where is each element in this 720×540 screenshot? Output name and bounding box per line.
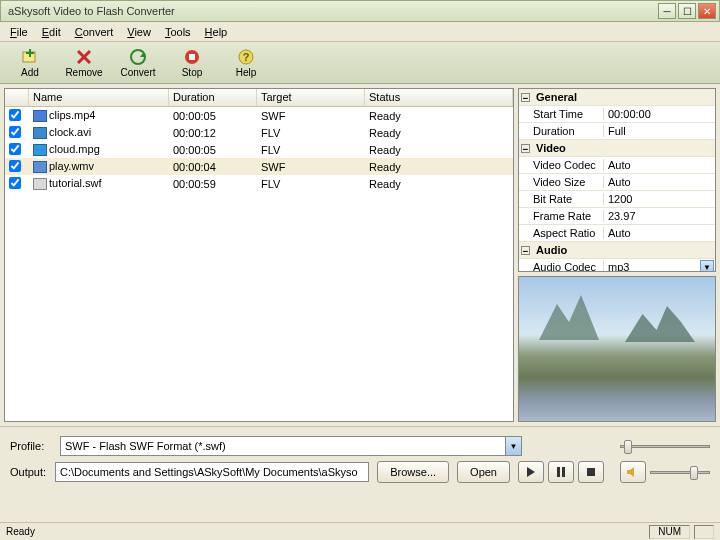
prop-value[interactable]: Auto	[603, 227, 715, 239]
prop-row[interactable]: DurationFull	[519, 123, 715, 140]
table-row[interactable]: cloud.mpg00:00:05FLVReady	[5, 141, 513, 158]
output-label: Output:	[10, 466, 47, 478]
table-row[interactable]: clock.avi00:00:12FLVReady	[5, 124, 513, 141]
collapse-icon[interactable]: −	[521, 144, 530, 153]
svg-rect-8	[189, 54, 195, 60]
menu-file[interactable]: File	[4, 24, 34, 40]
file-icon	[33, 161, 47, 173]
chevron-down-icon[interactable]: ▼	[700, 260, 714, 272]
stop-button[interactable]: Stop	[168, 44, 216, 82]
remove-button[interactable]: Remove	[60, 44, 108, 82]
row-checkbox[interactable]	[9, 160, 21, 172]
file-status: Ready	[365, 143, 513, 157]
file-icon	[33, 110, 47, 122]
prop-group-video[interactable]: −Video	[519, 140, 715, 157]
table-row[interactable]: play.wmv00:00:04SWFReady	[5, 158, 513, 175]
file-target: FLV	[257, 177, 365, 191]
menu-edit[interactable]: Edit	[36, 24, 67, 40]
menubar: FileEditConvertViewToolsHelp	[0, 22, 720, 42]
stop-button[interactable]	[578, 461, 604, 483]
help-button[interactable]: ?Help	[222, 44, 270, 82]
row-checkbox[interactable]	[9, 126, 21, 138]
prop-row[interactable]: Bit Rate1200	[519, 191, 715, 208]
prop-key: Bit Rate	[519, 193, 603, 205]
column-duration[interactable]: Duration	[169, 89, 257, 106]
volume-button[interactable]	[620, 461, 646, 483]
seek-slider[interactable]	[620, 438, 710, 454]
row-checkbox[interactable]	[9, 109, 21, 121]
row-checkbox[interactable]	[9, 177, 21, 189]
file-name: play.wmv	[49, 160, 94, 172]
prop-row[interactable]: Aspect RatioAuto	[519, 225, 715, 242]
titlebar: aSkysoft Video to Flash Converter ─ ☐ ✕	[0, 0, 720, 22]
column-checkbox[interactable]	[5, 89, 29, 106]
file-name: clock.avi	[49, 126, 91, 138]
add-icon	[21, 48, 39, 66]
column-name[interactable]: Name	[29, 89, 169, 106]
add-button[interactable]: Add	[6, 44, 54, 82]
file-duration: 00:00:05	[169, 109, 257, 123]
prop-row[interactable]: Start Time00:00:00	[519, 106, 715, 123]
collapse-icon[interactable]: −	[521, 93, 530, 102]
menu-help[interactable]: Help	[199, 24, 234, 40]
column-status[interactable]: Status	[365, 89, 513, 106]
play-button[interactable]	[518, 461, 544, 483]
minimize-button[interactable]: ─	[658, 3, 676, 19]
prop-value[interactable]: 1200	[603, 193, 715, 205]
menu-view[interactable]: View	[121, 24, 157, 40]
convert-icon	[129, 48, 147, 66]
prop-key: Frame Rate	[519, 210, 603, 222]
file-target: SWF	[257, 109, 365, 123]
file-duration: 00:00:12	[169, 126, 257, 140]
svg-rect-2	[26, 52, 34, 54]
prop-value[interactable]: Full	[603, 125, 715, 137]
browse-button[interactable]: Browse...	[377, 461, 449, 483]
profile-combo[interactable]: SWF - Flash SWF Format (*.swf) ▼	[60, 436, 522, 456]
open-button[interactable]: Open	[457, 461, 510, 483]
prop-group-audio[interactable]: −Audio	[519, 242, 715, 259]
chevron-down-icon[interactable]: ▼	[505, 437, 521, 455]
file-duration: 00:00:04	[169, 160, 257, 174]
statusbar: Ready NUM	[0, 522, 720, 540]
pause-button[interactable]	[548, 461, 574, 483]
column-target[interactable]: Target	[257, 89, 365, 106]
prop-group-general[interactable]: −General	[519, 89, 715, 106]
menu-tools[interactable]: Tools	[159, 24, 197, 40]
file-target: FLV	[257, 143, 365, 157]
volume-slider[interactable]	[650, 464, 710, 480]
prop-key: Video Codec	[519, 159, 603, 171]
prop-value[interactable]: 00:00:00	[603, 108, 715, 120]
table-row[interactable]: clips.mp400:00:05SWFReady	[5, 107, 513, 124]
convert-button[interactable]: Convert	[114, 44, 162, 82]
file-name: clips.mp4	[49, 109, 95, 121]
prop-value[interactable]: Auto	[603, 176, 715, 188]
prop-row[interactable]: Audio Codecmp3▼	[519, 259, 715, 272]
prop-row[interactable]: Video SizeAuto	[519, 174, 715, 191]
menu-convert[interactable]: Convert	[69, 24, 120, 40]
close-button[interactable]: ✕	[698, 3, 716, 19]
prop-value[interactable]: mp3▼	[603, 261, 715, 272]
svg-rect-14	[587, 468, 595, 476]
maximize-button[interactable]: ☐	[678, 3, 696, 19]
prop-row[interactable]: Video CodecAuto	[519, 157, 715, 174]
file-list: Name Duration Target Status clips.mp400:…	[4, 88, 514, 422]
collapse-icon[interactable]: −	[521, 246, 530, 255]
prop-value[interactable]: Auto	[603, 159, 715, 171]
file-status: Ready	[365, 126, 513, 140]
prop-value[interactable]: 23.97	[603, 210, 715, 222]
toolbar: AddRemoveConvertStop?Help	[0, 42, 720, 84]
row-checkbox[interactable]	[9, 143, 21, 155]
file-target: SWF	[257, 160, 365, 174]
help-icon: ?	[237, 48, 255, 66]
preview-pane	[518, 276, 716, 422]
prop-row[interactable]: Frame Rate23.97	[519, 208, 715, 225]
prop-key: Aspect Ratio	[519, 227, 603, 239]
status-num: NUM	[649, 525, 690, 539]
profile-label: Profile:	[10, 440, 52, 452]
svg-rect-12	[557, 467, 560, 477]
file-status: Ready	[365, 177, 513, 191]
output-path[interactable]: C:\Documents and Settings\ASkySoft\My Do…	[55, 462, 369, 482]
table-row[interactable]: tutorial.swf00:00:59FLVReady	[5, 175, 513, 192]
file-status: Ready	[365, 160, 513, 174]
remove-icon	[75, 48, 93, 66]
